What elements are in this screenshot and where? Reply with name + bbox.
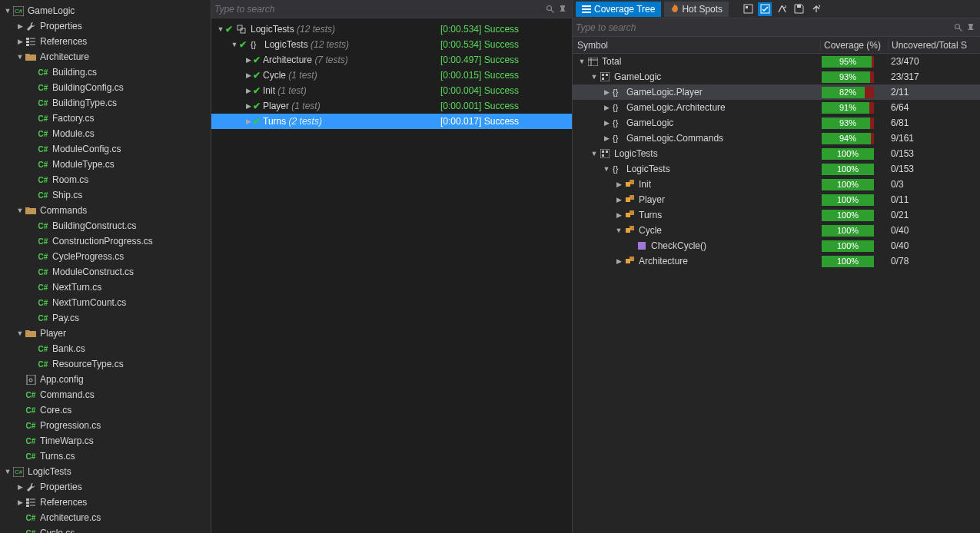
expand-arrow-icon[interactable] [244,56,253,64]
expand-arrow-icon[interactable] [15,329,25,337]
coverage-row[interactable]: Player100%0/11 [573,192,980,207]
solution-item[interactable]: C#NextTurnCount.cs [0,295,211,310]
solution-item[interactable]: C#Module.cs [0,126,211,141]
expand-arrow-icon[interactable] [614,227,623,234]
expand-arrow-icon[interactable] [602,119,611,127]
coverage-search-input[interactable] [576,22,952,33]
solution-item[interactable]: C#Command.cs [0,387,211,402]
search-icon[interactable] [952,22,965,34]
coverage-row[interactable]: Total95%23/470 [573,54,980,69]
coverage-header-symbol[interactable]: Symbol [573,40,820,51]
solution-item[interactable]: Properties [0,479,211,495]
solution-item[interactable]: C#Ship.cs [0,187,211,203]
solution-item[interactable]: C#ConstructionProgress.cs [0,233,211,249]
expand-arrow-icon[interactable] [244,102,253,110]
expand-arrow-icon[interactable] [15,22,25,30]
solution-item[interactable]: C#Pay.cs [0,310,211,326]
solution-item[interactable]: C#BuildingType.cs [0,95,211,111]
expand-arrow-icon[interactable] [15,38,25,45]
expand-arrow-icon[interactable] [590,73,599,81]
solution-item[interactable]: C#Core.cs [0,402,211,418]
test-row[interactable]: ✔Init (1 test)[0:00.004] Success [211,83,572,98]
solution-item[interactable]: References [0,495,211,510]
expand-arrow-icon[interactable] [3,7,12,15]
coverage-row[interactable]: {}GameLogic.Commands94%9/161 [573,131,980,146]
solution-item[interactable]: C#Progression.cs [0,418,211,433]
test-row[interactable]: ✔LogicTests (12 tests)[0:00.534] Success [211,22,572,37]
solution-item[interactable]: C#BuildingConfig.cs [0,80,211,95]
coverage-row[interactable]: CheckCycle()100%0/40 [573,238,980,253]
solution-item[interactable]: Player [0,326,211,341]
expand-arrow-icon[interactable] [15,483,25,491]
test-search-input[interactable] [214,4,544,15]
expand-arrow-icon[interactable] [602,134,611,142]
solution-item[interactable]: C#ModuleType.cs [0,157,211,172]
solution-item[interactable]: C#TimeWarp.cs [0,433,211,449]
solution-item[interactable]: C#Room.cs [0,172,211,187]
expand-arrow-icon[interactable] [3,468,12,475]
solution-item[interactable]: Commands [0,203,211,218]
toolbar-icon-2[interactable] [758,2,772,16]
coverage-row[interactable]: {}GameLogic.Player82%2/11 [573,84,980,100]
solution-item[interactable]: C#Bank.cs [0,341,211,356]
coverage-row[interactable]: Init100%0/3 [573,177,980,192]
tab-hot-spots[interactable]: Hot Spots [664,2,729,17]
expand-arrow-icon[interactable] [614,180,623,188]
coverage-header-uncovered[interactable]: Uncovered/Total S [888,40,980,51]
solution-tree[interactable]: C#GameLogicPropertiesReferencesArchitect… [0,0,211,533]
expand-arrow-icon[interactable] [15,207,25,214]
toolbar-icon-3[interactable] [775,2,789,16]
test-row[interactable]: ✔Cycle (1 test)[0:00.015] Success [211,68,572,83]
coverage-row[interactable]: {}LogicTests100%0/153 [573,161,980,177]
coverage-row[interactable]: Turns100%0/21 [573,207,980,223]
solution-item[interactable]: App.config [0,372,211,387]
expand-arrow-icon[interactable] [614,211,623,219]
expand-arrow-icon[interactable] [244,87,253,94]
solution-item[interactable]: C#Building.cs [0,65,211,80]
expand-arrow-icon[interactable] [614,196,623,204]
save-icon[interactable] [792,2,806,16]
search-icon[interactable] [544,3,556,15]
expand-arrow-icon[interactable] [230,41,239,48]
coverage-row[interactable]: LogicTests100%0/153 [573,146,980,161]
expand-arrow-icon[interactable] [244,71,253,79]
test-row[interactable]: ✔Architecture (7 tests)[0:00.497] Succes… [211,52,572,68]
solution-item[interactable]: C#Factory.cs [0,111,211,126]
toolbar-icon-1[interactable] [741,2,755,16]
pin-icon[interactable] [556,3,569,15]
solution-item[interactable]: Architecture [0,49,211,65]
export-icon[interactable] [809,2,822,16]
test-row[interactable]: ✔{}LogicTests (12 tests)[0:00.534] Succe… [211,37,572,52]
coverage-row[interactable]: {}GameLogic.Architecture91%6/64 [573,100,980,115]
solution-item[interactable]: C#BuildingConstruct.cs [0,218,211,233]
expand-arrow-icon[interactable] [216,25,225,33]
coverage-row[interactable]: Architecture100%0/78 [573,253,980,269]
expand-arrow-icon[interactable] [244,118,253,125]
test-row[interactable]: ✔Turns (2 tests)[0:00.017] Success [211,114,572,129]
test-tree[interactable]: ✔LogicTests (12 tests)[0:00.534] Success… [211,18,572,129]
solution-item[interactable]: C#ModuleConfig.cs [0,141,211,157]
solution-item[interactable]: C#Turns.cs [0,449,211,464]
solution-item[interactable]: C#LogicTests [0,464,211,479]
tab-coverage-tree[interactable]: Coverage Tree [576,2,661,17]
solution-item[interactable]: C#GameLogic [0,3,211,18]
expand-arrow-icon[interactable] [15,53,25,61]
expand-arrow-icon[interactable] [602,104,611,111]
test-row[interactable]: ✔Player (1 test)[0:00.001] Success [211,98,572,114]
solution-item[interactable]: C#ResourceType.cs [0,356,211,372]
coverage-row[interactable]: GameLogic93%23/317 [573,69,980,84]
expand-arrow-icon[interactable] [614,257,623,265]
expand-arrow-icon[interactable] [602,165,611,173]
coverage-body[interactable]: Total95%23/470GameLogic93%23/317{}GameLo… [573,54,980,533]
solution-item[interactable]: C#Cycle.cs [0,525,211,533]
solution-item[interactable]: C#NextTurn.cs [0,280,211,295]
solution-item[interactable]: References [0,34,211,49]
coverage-row[interactable]: {}GameLogic93%6/81 [573,115,980,131]
expand-arrow-icon[interactable] [577,58,586,65]
coverage-row[interactable]: Cycle100%0/40 [573,223,980,238]
expand-arrow-icon[interactable] [590,150,599,157]
solution-item[interactable]: Properties [0,18,211,34]
pin-icon[interactable] [965,22,977,34]
solution-item[interactable]: C#Architecture.cs [0,510,211,525]
expand-arrow-icon[interactable] [602,88,611,96]
